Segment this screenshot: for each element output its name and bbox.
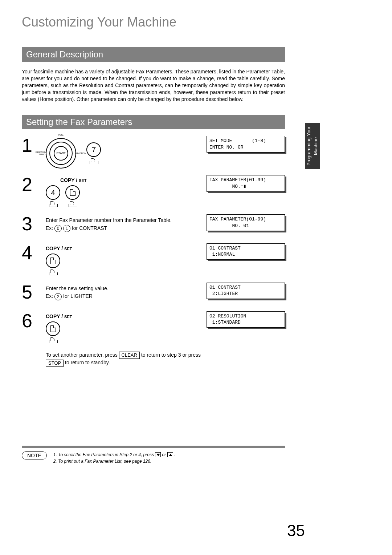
step-3: 3 Enter Fax Parameter number from the Pa…: [22, 214, 285, 236]
key-7-icon: 7: [86, 142, 101, 164]
step-number: 3: [22, 214, 39, 233]
press-icon: [49, 201, 57, 207]
key-7-label: 7: [86, 142, 101, 157]
tail-text-b: to return to step 3 or press: [141, 352, 201, 358]
dial-center-label: START: [56, 152, 65, 155]
set-label: SET: [64, 315, 72, 319]
step-5-instruction: Enter the new setting value. Ex: 2 for L…: [46, 285, 207, 300]
press-icon: [49, 270, 57, 275]
note-badge: NOTE: [22, 451, 47, 459]
press-icon: [90, 158, 98, 164]
footnote-1c: .: [174, 452, 175, 457]
step-2: 2 COPY / SET 4 FAX PARAMETER(0: [22, 175, 285, 208]
footnotes: 1. To scroll the Fax Parameters in Step …: [53, 451, 175, 465]
copy-set-label: COPY / SET: [46, 313, 207, 319]
step-number: 2: [22, 175, 39, 194]
set-label: SET: [64, 247, 72, 251]
clear-key: CLEAR: [119, 352, 140, 359]
step-1: 1 VOL. DIRECTORY SEARCH FUNCTION START 7…: [22, 136, 285, 169]
key-0: 0: [54, 225, 62, 232]
press-icon: [49, 337, 57, 343]
footer-separator: [22, 446, 285, 448]
general-description-body: Your facsimile machine has a variety of …: [22, 68, 285, 102]
lcd-display-4: 01 CONTRAST 1:NORMAL: [207, 243, 285, 260]
ex-suffix: for CONTRAST: [72, 225, 107, 231]
side-tab: Programming Your Machine: [305, 123, 320, 169]
tail-text-a: To set another parameter, press: [46, 352, 119, 358]
key-4-icon: 4: [46, 185, 60, 207]
stop-key: STOP: [46, 360, 64, 367]
copy-set-label: COPY / SET: [46, 246, 207, 251]
set-label: SET: [79, 178, 86, 183]
key-1: 1: [63, 225, 70, 232]
key-set-icon: [65, 185, 80, 207]
page-title: Customizing Your Machine: [22, 15, 285, 30]
dial-label-left: DIRECTORY SEARCH: [36, 151, 46, 155]
footnote-1b: or: [162, 452, 167, 457]
step-number: 4: [22, 243, 39, 262]
step-5: 5 Enter the new setting value. Ex: 2 for…: [22, 283, 285, 305]
dial-label-right: FUNCTION: [75, 152, 86, 154]
step-3-line1: Enter Fax Parameter number from the Para…: [46, 217, 172, 223]
footnote-1a: 1. To scroll the Fax Parameters in Step …: [53, 452, 155, 457]
step-6: 6 COPY / SET To set another parameter, p…: [22, 311, 285, 377]
lcd-display-1: SET MODE (1-8) ENTER NO. OR: [207, 136, 285, 152]
section-general-description: General Description: [22, 47, 285, 62]
ex-suffix: for LIGHTER: [63, 293, 93, 299]
copy-set-label: COPY / SET: [60, 177, 207, 183]
lcd-display-6: 02 RESOLUTION 1:STANDARD: [207, 311, 285, 328]
press-icon: [69, 201, 77, 207]
up-arrow-icon: [167, 452, 173, 457]
footer: NOTE 1. To scroll the Fax Parameters in …: [22, 451, 285, 465]
tail-text-c: to return to standby.: [65, 360, 110, 365]
step-number: 6: [22, 311, 39, 330]
key-set-icon: [46, 321, 60, 343]
ex-prefix: Ex:: [46, 293, 54, 299]
steps-list: 1 VOL. DIRECTORY SEARCH FUNCTION START 7…: [22, 136, 285, 376]
lcd-display-5: 01 CONTRAST 2:LIGHTER: [207, 283, 285, 299]
doc-icon: [50, 258, 56, 264]
lcd-display-3: FAX PARAMETER(01-99) NO.=01: [207, 214, 285, 231]
copy-label: COPY /: [60, 177, 79, 183]
doc-icon: [70, 189, 75, 196]
copy-label: COPY /: [46, 246, 64, 251]
footnote-2: 2. To print out a Fax Parameter List, se…: [53, 458, 175, 465]
step-5-line1: Enter the new setting value.: [46, 285, 109, 291]
key-set-icon: [46, 254, 60, 275]
section-setting-fax-parameters: Setting the Fax Parameters: [22, 115, 285, 129]
step-6-tail: To set another parameter, press CLEAR to…: [46, 351, 207, 367]
key-4-label: 4: [46, 185, 60, 200]
dial-label-top: VOL.: [58, 134, 64, 136]
function-dial-icon: VOL. DIRECTORY SEARCH FUNCTION START: [46, 138, 76, 169]
ex-prefix: Ex:: [46, 225, 54, 231]
step-number: 5: [22, 283, 39, 301]
step-4: 4 COPY / SET 01 CONTRAST 1:NORMAL: [22, 243, 285, 276]
page-number: 35: [287, 522, 305, 540]
page-content: Customizing Your Machine General Descrip…: [0, 0, 307, 465]
key-2: 2: [54, 293, 62, 300]
copy-label: COPY /: [46, 313, 64, 319]
down-arrow-icon: [155, 452, 161, 457]
doc-icon: [50, 325, 56, 332]
lcd-display-2: FAX PARAMETER(01-99) NO.=∎: [207, 175, 285, 191]
step-3-instruction: Enter Fax Parameter number from the Para…: [46, 216, 207, 232]
